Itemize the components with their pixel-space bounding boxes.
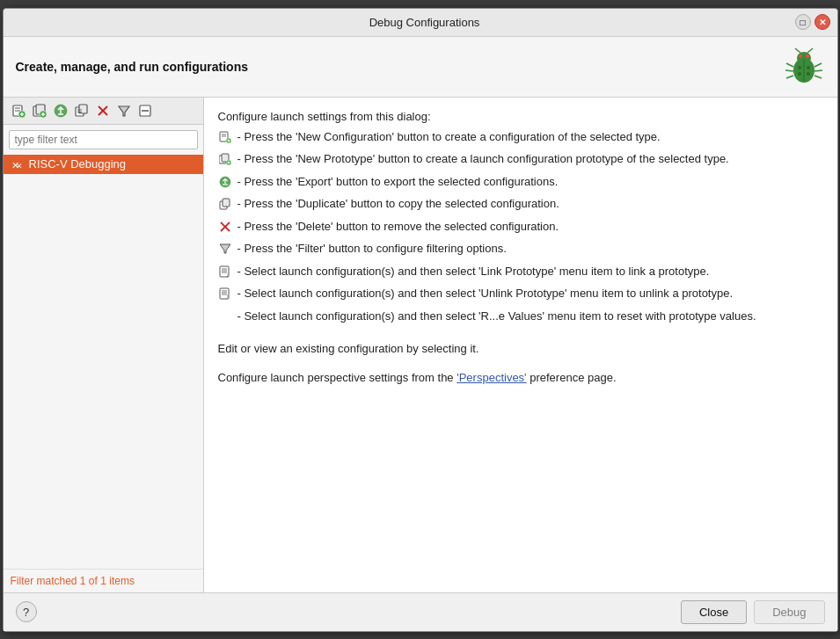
delete-button[interactable] [93,101,113,120]
header-area: Create, manage, and run configurations [4,37,837,98]
riscv-debug-icon: ✕ ✕ [11,157,25,171]
export-button[interactable] [51,101,70,120]
svg-text:↑: ↑ [226,294,230,300]
edit-text: Edit or view an existing configuration b… [218,340,823,359]
svg-text:↓: ↓ [226,272,230,278]
info-text-9: - Select launch configuration(s) and the… [237,308,756,325]
filter-small-icon [218,242,232,256]
left-panel: ✕ ✕ RISC-V Debugging Filter matched 1 of… [4,98,204,592]
perspectives-link[interactable]: 'Perspectives' [457,371,526,384]
svg-line-7 [785,70,793,71]
config-tree: ✕ ✕ RISC-V Debugging [4,155,203,569]
window-close-button[interactable]: ✕ [814,14,830,30]
action-buttons: Close Debug [681,600,825,624]
filter-status: Filter matched 1 of 1 items [4,569,203,592]
new-config-button[interactable] [9,101,28,120]
info-item-8: ↑ - Select launch configuration(s) and t… [218,285,823,302]
maximize-button[interactable]: □ [795,14,811,30]
perspective-prefix: Configure launch perspective settings fr… [218,371,457,384]
svg-rect-57 [223,199,230,207]
link-proto-small-icon: ↓ [218,265,232,279]
help-button[interactable]: ? [16,601,37,622]
svg-point-3 [806,54,809,58]
perspective-section: Configure launch perspective settings fr… [218,369,823,388]
svg-line-4 [795,48,800,53]
info-item-4: - Press the 'Duplicate' button to copy t… [218,195,823,213]
bug-icon [783,46,825,88]
header-title: Create, manage, and run configurations [16,60,249,74]
edit-section: Edit or view an existing configuration b… [218,340,823,359]
info-text-1: - Press the 'New Configuration' button t… [237,128,661,146]
tree-item-label: RISC-V Debugging [29,157,127,171]
new-proto-small-icon [218,152,232,166]
svg-line-6 [786,63,793,67]
dialog-title: Debug Configurations [55,16,795,29]
export-small-icon [218,175,232,189]
new-prototype-button[interactable] [30,101,49,120]
info-text-8: - Select launch configuration(s) and the… [237,285,734,302]
svg-point-2 [799,54,802,58]
svg-line-8 [786,76,793,78]
info-item-6: - Press the 'Filter' button to configure… [218,240,823,258]
info-text-3: - Press the 'Export' button to export th… [237,173,559,191]
svg-line-11 [814,76,822,78]
info-text-6: - Press the 'Filter' button to configure… [237,240,507,258]
title-bar-controls: □ ✕ [795,14,830,30]
new-config-small-icon [218,130,232,144]
info-item-1: - Press the 'New Configuration' button t… [218,128,823,146]
info-item-9: - Select launch configuration(s) and the… [218,308,823,325]
info-text-4: - Press the 'Duplicate' button to copy t… [237,195,559,213]
title-bar: Debug Configurations □ ✕ [4,9,837,37]
delete-small-icon [218,220,232,234]
collapse-all-button[interactable] [135,101,155,120]
bottom-bar: ? Close Debug [4,592,837,631]
svg-point-16 [807,72,810,76]
intro-text: Configure launch settings from this dial… [218,110,823,123]
svg-text:✕: ✕ [16,162,23,171]
main-area: ✕ ✕ RISC-V Debugging Filter matched 1 of… [4,98,837,592]
duplicate-button[interactable] [72,101,91,120]
svg-line-5 [807,48,813,53]
svg-marker-37 [119,106,129,116]
svg-point-13 [798,66,801,69]
info-item-5: - Press the 'Delete' button to remove th… [218,218,823,236]
svg-line-9 [814,63,822,67]
info-text-7: - Select launch configuration(s) and the… [237,263,710,280]
right-panel: Configure launch settings from this dial… [204,98,837,592]
debug-configurations-dialog: Debug Configurations □ ✕ Create, manage,… [3,8,838,632]
perspective-text: Configure launch perspective settings fr… [218,369,823,388]
reset-small-icon [218,309,232,323]
duplicate-small-icon [218,197,232,211]
info-item-3: - Press the 'Export' button to export th… [218,173,823,191]
svg-line-10 [814,70,822,71]
info-text-2: - Press the 'New Prototype' button to cr… [237,150,729,168]
info-item-7: ↓ - Select launch configuration(s) and t… [218,263,823,280]
close-button[interactable]: Close [681,600,747,624]
svg-point-15 [798,72,801,76]
svg-point-14 [807,66,810,69]
debug-button[interactable]: Debug [754,600,824,624]
configuration-toolbar [4,98,203,125]
info-text-5: - Press the 'Delete' button to remove th… [237,218,559,236]
tree-item-riscv[interactable]: ✕ ✕ RISC-V Debugging [4,155,203,174]
unlink-proto-small-icon: ↑ [218,287,232,301]
filter-button[interactable] [114,101,134,120]
info-item-2: - Press the 'New Prototype' button to cr… [218,150,823,168]
filter-input[interactable] [9,130,198,149]
perspective-suffix: preference page. [527,371,617,384]
svg-marker-60 [220,244,230,253]
